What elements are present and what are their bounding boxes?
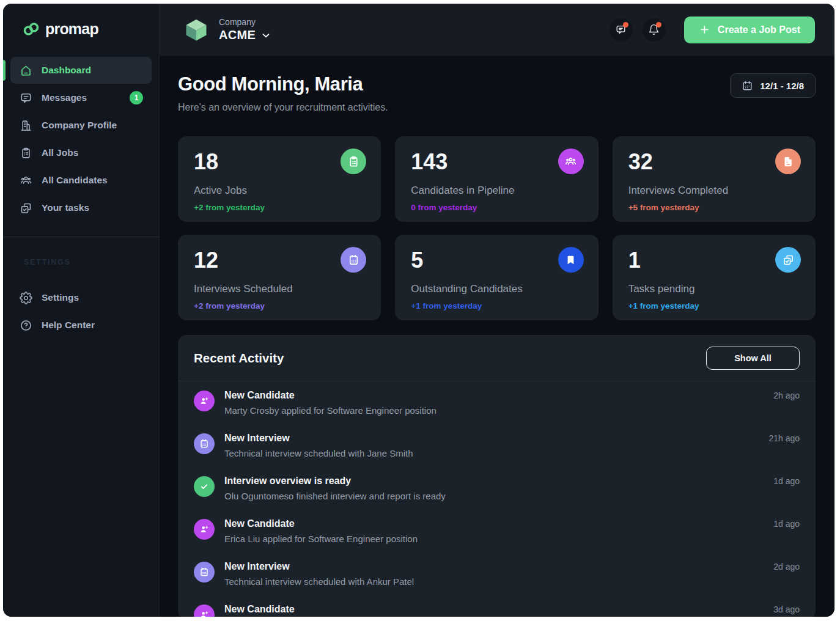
sidebar-nav: Dashboard Messages 1 [3, 56, 159, 222]
sidebar-section-label: SETTINGS [24, 258, 159, 266]
stat-label: Active Jobs [194, 185, 365, 197]
activity-title: New Candidate [224, 389, 764, 402]
show-all-button[interactable]: Show All [706, 347, 800, 370]
activity-title: New Interview [224, 560, 764, 573]
building-icon [19, 119, 32, 132]
app-window: promap Dashboard Mes [3, 4, 834, 617]
sidebar-item-label: Messages [42, 92, 87, 103]
sidebar-item-all-jobs[interactable]: All Jobs [10, 139, 152, 166]
activity-list: New Candidate Marty Crosby applied for S… [178, 381, 816, 617]
stat-value: 32 [628, 149, 800, 174]
date-range-picker[interactable]: 12/1 - 12/8 [730, 73, 816, 98]
activity-subtitle: Olu Oguntomeso finished interview and re… [224, 490, 764, 502]
brand-name: promap [45, 20, 98, 38]
stat-card-interviews-scheduled[interactable]: 12 Interviews Scheduled +2 from yesterda… [178, 235, 381, 320]
document-icon [775, 149, 801, 174]
recent-activity-card: Recent Activity Show All [178, 335, 816, 617]
sidebar-item-label: Your tasks [42, 202, 89, 213]
activity-item[interactable]: New Interview Technical interview schedu… [178, 553, 816, 595]
messages-badge: 1 [130, 91, 143, 105]
create-job-post-button[interactable]: Create a Job Post [684, 17, 815, 43]
sidebar-item-label: Dashboard [42, 65, 91, 76]
activity-title: New Candidate [224, 517, 764, 531]
stat-delta: +1 from yesterday [411, 301, 582, 310]
activity-item[interactable]: New Interview Technical interview schedu… [178, 424, 816, 467]
stat-delta: +2 from yesterday [194, 301, 365, 310]
activity-time: 2d ago [773, 560, 800, 588]
sidebar-item-label: Company Profile [42, 120, 117, 131]
stat-card-tasks-pending[interactable]: 1 Tasks pending +1 from yesterday [613, 235, 816, 320]
messages-button[interactable] [610, 18, 633, 42]
activity-time: 21h ago [768, 432, 800, 460]
bookmark-icon [558, 247, 584, 273]
sidebar-item-help-center[interactable]: Help Center [10, 312, 152, 339]
activity-item[interactable]: New Candidate Erica Liu applied for Soft… [178, 510, 816, 553]
check-icon [194, 476, 215, 497]
activity-title: Interview overview is ready [224, 474, 764, 488]
gear-icon [19, 291, 32, 304]
activity-item[interactable]: New Candidate 3d ago [178, 595, 816, 617]
page-title: Good Morning, Maria [178, 73, 388, 95]
stat-value: 1 [628, 248, 800, 273]
stat-delta: +1 from yesterday [628, 301, 800, 310]
activity-subtitle: Technical interview scheduled with Ankur… [224, 576, 764, 588]
sidebar-item-label: All Candidates [42, 175, 108, 186]
person-add-icon [194, 519, 215, 540]
brand-logo: promap [3, 4, 159, 38]
create-job-post-label: Create a Job Post [718, 24, 800, 35]
sidebar-item-settings[interactable]: Settings [10, 284, 152, 311]
activity-title: New Candidate [224, 603, 764, 616]
sidebar-item-all-candidates[interactable]: All Candidates [10, 167, 152, 194]
sidebar-item-label: Help Center [42, 320, 95, 331]
chevron-down-icon [260, 30, 271, 41]
sidebar-footer-nav: Settings Help Center [3, 284, 159, 339]
sidebar: promap Dashboard Mes [3, 4, 160, 617]
activity-time: 2h ago [773, 389, 800, 417]
activity-item[interactable]: New Candidate Marty Crosby applied for S… [178, 381, 816, 424]
company-label: Company [219, 17, 271, 27]
activity-time: 1d ago [773, 517, 800, 545]
stat-delta: 0 from yesterday [411, 203, 582, 212]
promap-logo-icon [21, 21, 41, 37]
content-column: Company ACME [160, 4, 834, 617]
stat-card-candidates-in-pipeline[interactable]: 143 Candidates in Pipeline 0 from yester… [395, 136, 598, 222]
company-name: ACME [219, 28, 256, 42]
date-range-label: 12/1 - 12/8 [760, 81, 804, 91]
people-icon [558, 149, 584, 174]
notifications-button[interactable] [643, 18, 666, 42]
person-add-icon [194, 391, 215, 411]
main-content: Good Morning, Maria Here's an overview o… [160, 56, 834, 617]
activity-subtitle: Technical interview scheduled with Jane … [224, 447, 759, 460]
stat-label: Interviews Scheduled [194, 283, 365, 295]
activity-item[interactable]: Interview overview is ready Olu Oguntome… [178, 467, 816, 510]
stats-grid: 18 Active Jobs +2 from yesterday 143 [178, 136, 816, 320]
topbar-actions: Create a Job Post [610, 17, 815, 43]
stat-value: 18 [194, 149, 365, 174]
activity-title: New Interview [224, 432, 759, 445]
notification-dot [656, 22, 661, 28]
sidebar-item-company-profile[interactable]: Company Profile [10, 112, 152, 139]
activity-time: 1d ago [773, 474, 800, 502]
stat-label: Outstanding Candidates [411, 283, 582, 295]
plus-icon [699, 24, 710, 35]
calendar-icon [194, 562, 215, 582]
company-cube-icon [183, 17, 210, 43]
activity-time: 3d ago [773, 603, 800, 617]
help-icon [19, 318, 32, 332]
company-info: Company ACME [219, 17, 271, 42]
stat-label: Tasks pending [628, 283, 800, 295]
calendar-icon [742, 80, 753, 92]
company-switcher[interactable]: Company ACME [183, 17, 271, 43]
recent-activity-header: Recent Activity Show All [178, 335, 816, 381]
sidebar-item-messages[interactable]: Messages 1 [10, 84, 152, 111]
sidebar-item-your-tasks[interactable]: Your tasks [10, 194, 152, 221]
stat-card-interviews-completed[interactable]: 32 Interviews Completed +5 from yesterda… [613, 136, 816, 222]
stat-value: 5 [411, 248, 582, 273]
stat-card-outstanding-candidates[interactable]: 5 Outstanding Candidates +1 from yesterd… [395, 235, 598, 320]
sidebar-item-label: Settings [42, 292, 79, 303]
chat-icon [19, 91, 32, 105]
stat-delta: +5 from yesterday [628, 203, 800, 212]
notification-dot [623, 22, 628, 28]
stat-card-active-jobs[interactable]: 18 Active Jobs +2 from yesterday [178, 136, 381, 222]
sidebar-item-dashboard[interactable]: Dashboard [10, 57, 152, 84]
